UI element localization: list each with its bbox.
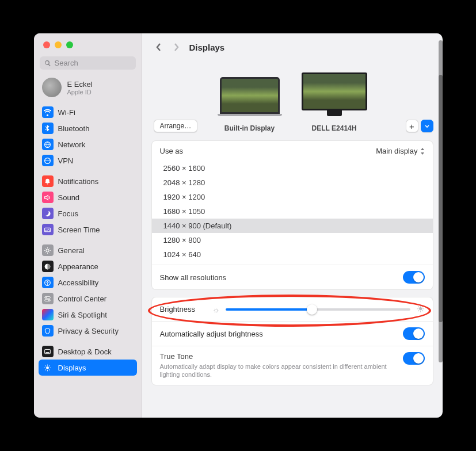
desktop-dock-icon <box>42 346 54 357</box>
truetone-label: True Tone <box>160 352 396 361</box>
appearance-icon <box>42 261 54 272</box>
sidebar-item-general[interactable]: General <box>39 242 137 258</box>
brightness-label: Brightness <box>160 305 195 314</box>
brightness-row: Brightness ☼ ☀ <box>152 297 433 321</box>
add-display-button[interactable]: + <box>406 120 418 132</box>
sidebar-item-notifications[interactable]: Notifications <box>39 173 137 189</box>
accessibility-icon <box>42 277 54 288</box>
back-button[interactable] <box>153 40 165 54</box>
screen-time-icon <box>42 224 54 235</box>
sidebar: Search E Eckel Apple ID Wi-FiBluetoothNe… <box>34 33 142 418</box>
privacy-security-icon <box>42 325 54 337</box>
header: Displays <box>142 33 443 59</box>
resolution-list: 2560 × 16002048 × 12801920 × 12001680 × … <box>152 161 433 265</box>
sound-icon <box>42 192 54 203</box>
resolution-panel: Use as Main display 2560 × 16002048 × 12… <box>151 140 433 290</box>
sidebar-item-screen-time[interactable]: Screen Time <box>39 221 137 238</box>
sidebar-item-siri-spotlight[interactable]: Siri & Spotlight <box>39 307 137 323</box>
sidebar-item-control-center[interactable]: Control Center <box>39 291 137 307</box>
show-all-label: Show all resolutions <box>160 273 227 282</box>
vpn-icon <box>42 155 54 166</box>
display-menu-button[interactable] <box>421 120 433 132</box>
auto-brightness-toggle[interactable] <box>403 327 425 340</box>
user-sub: Apple ID <box>67 89 93 95</box>
resolution-option[interactable]: 1680 × 1050 <box>152 204 433 219</box>
brightness-panel: Brightness ☼ ☀ Automatically adjust brig… <box>151 297 433 385</box>
resolution-option[interactable]: 2048 × 1280 <box>152 175 433 190</box>
svg-point-3 <box>46 249 49 252</box>
svg-point-6 <box>47 281 48 282</box>
forward-button[interactable] <box>170 40 182 54</box>
svg-point-9 <box>45 297 47 298</box>
sidebar-item-vpn[interactable]: VPN <box>39 152 137 169</box>
updown-icon <box>420 148 425 155</box>
avatar <box>42 78 62 97</box>
main-scrollbar[interactable] <box>439 40 443 411</box>
display-external[interactable]: DELL E2414H <box>302 72 367 132</box>
auto-brightness-label: Automatically adjust brightness <box>160 330 263 338</box>
display-label: DELL E2414H <box>312 124 357 132</box>
display-label: Built-in Display <box>224 124 275 132</box>
resolution-option[interactable]: 1920 × 1200 <box>152 190 433 204</box>
sidebar-item-displays[interactable]: Displays <box>39 360 137 376</box>
truetone-toggle[interactable] <box>403 352 425 365</box>
control-center-icon <box>42 293 54 304</box>
display-chooser: Arrange… Built-in Display DELL E2414H + <box>142 70 443 132</box>
use-as-value: Main display <box>376 147 417 155</box>
search-placeholder: Search <box>55 59 78 67</box>
zoom-button[interactable] <box>66 41 73 48</box>
page-title: Displays <box>189 43 225 52</box>
arrange-button[interactable]: Arrange… <box>154 120 198 132</box>
sidebar-item-bluetooth[interactable]: Bluetooth <box>39 120 137 136</box>
sidebar-item-accessibility[interactable]: Accessibility <box>39 274 137 291</box>
search-icon <box>44 60 51 67</box>
network-icon <box>42 139 54 150</box>
close-button[interactable] <box>43 41 50 48</box>
brightness-slider[interactable] <box>226 308 410 311</box>
settings-content: Use as Main display 2560 × 16002048 × 12… <box>142 132 443 418</box>
sun-large-icon: ☀ <box>416 303 425 315</box>
svg-rect-13 <box>45 352 49 353</box>
sidebar-item-desktop-dock[interactable]: Desktop & Dock <box>39 343 137 360</box>
user-name: E Eckel <box>67 80 93 89</box>
svg-point-10 <box>48 299 49 300</box>
apple-id-row[interactable]: E Eckel Apple ID <box>34 75 142 104</box>
sidebar-item-wi-fi[interactable]: Wi-Fi <box>39 104 137 120</box>
system-settings-window: Search E Eckel Apple ID Wi-FiBluetoothNe… <box>34 33 443 418</box>
sun-small-icon: ☼ <box>212 305 220 314</box>
traffic-lights <box>34 33 142 54</box>
sidebar-item-focus[interactable]: Focus <box>39 205 137 221</box>
bluetooth-icon <box>42 123 54 134</box>
sidebar-item-appearance[interactable]: Appearance <box>39 258 137 274</box>
svg-point-11 <box>45 312 51 318</box>
svg-point-14 <box>46 366 49 369</box>
sidebar-list: Wi-FiBluetoothNetworkVPNNotificationsSou… <box>34 104 142 418</box>
main-pane: Displays Arrange… Built-in Display DELL … <box>142 33 443 418</box>
show-all-row: Show all resolutions <box>152 265 433 289</box>
notifications-icon <box>42 175 54 187</box>
sidebar-item-privacy-security[interactable]: Privacy & Security <box>39 323 137 339</box>
sidebar-item-sound[interactable]: Sound <box>39 189 137 205</box>
auto-brightness-row: Automatically adjust brightness <box>152 321 433 346</box>
use-as-row[interactable]: Use as Main display <box>152 141 433 161</box>
truetone-desc: Automatically adapt display to make colo… <box>160 362 396 379</box>
resolution-option[interactable]: 1280 × 800 <box>152 233 433 247</box>
resolution-option[interactable]: 1024 × 640 <box>152 247 433 262</box>
sidebar-item-network[interactable]: Network <box>39 136 137 152</box>
show-all-toggle[interactable] <box>403 271 425 284</box>
display-builtin[interactable]: Built-in Display <box>218 77 282 132</box>
use-as-label: Use as <box>160 147 183 155</box>
minimize-button[interactable] <box>55 41 62 48</box>
general-icon <box>42 244 54 256</box>
search-input[interactable]: Search <box>40 56 136 70</box>
displays-icon <box>42 362 54 373</box>
focus-icon <box>42 208 54 219</box>
resolution-option[interactable]: 2560 × 1600 <box>152 161 433 175</box>
wi-fi-icon <box>42 106 54 118</box>
truetone-row: True Tone Automatically adapt display to… <box>152 346 433 385</box>
resolution-option[interactable]: 1440 × 900 (Default) <box>152 219 433 233</box>
siri-spotlight-icon <box>42 309 54 320</box>
